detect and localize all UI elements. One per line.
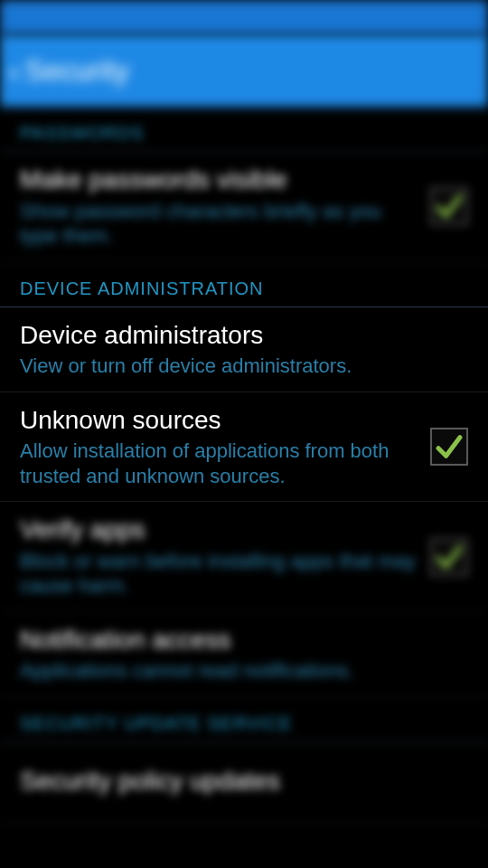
row-notification-access[interactable]: Notification access Applications cannot … bbox=[0, 612, 488, 697]
checkbox-verify-apps[interactable] bbox=[430, 538, 468, 576]
section-passwords: PASSWORDS bbox=[0, 107, 488, 152]
row-subtitle: Allow installation of applications from … bbox=[20, 439, 419, 488]
row-verify-apps[interactable]: Verify apps Block or warn before install… bbox=[0, 502, 488, 612]
row-unknown-sources[interactable]: Unknown sources Allow installation of ap… bbox=[0, 392, 488, 503]
row-title: Notification access bbox=[20, 625, 457, 656]
row-security-policy-updates[interactable]: Security policy updates bbox=[0, 742, 488, 824]
row-title: Security policy updates bbox=[20, 766, 457, 797]
check-icon bbox=[434, 542, 465, 572]
checkbox-make-passwords-visible[interactable] bbox=[430, 187, 468, 225]
row-title: Device administrators bbox=[20, 320, 457, 351]
check-icon bbox=[434, 431, 465, 462]
row-title: Make passwords visible bbox=[20, 165, 419, 195]
row-subtitle: Block or warn before installing apps tha… bbox=[20, 549, 419, 599]
row-subtitle: Applications cannot read notifications. bbox=[20, 658, 457, 684]
row-device-administrators[interactable]: Device administrators View or turn off d… bbox=[0, 307, 488, 392]
row-title: Verify apps bbox=[20, 514, 419, 545]
settings-list: PASSWORDS Make passwords visible Show pa… bbox=[0, 107, 488, 824]
checkbox-unknown-sources[interactable] bbox=[430, 428, 468, 466]
row-subtitle: View or turn off device administrators. bbox=[20, 354, 457, 379]
section-security-update: SECURITY UPDATE SERVICE bbox=[0, 697, 488, 742]
status-bar bbox=[0, 0, 488, 34]
header-title: Security bbox=[24, 54, 129, 88]
check-icon bbox=[434, 191, 465, 222]
section-device-administration: DEVICE ADMINISTRATION bbox=[0, 262, 488, 307]
row-make-passwords-visible[interactable]: Make passwords visible Show password cha… bbox=[0, 152, 488, 262]
back-icon[interactable]: ‹ bbox=[9, 53, 19, 89]
row-title: Unknown sources bbox=[20, 405, 419, 436]
row-subtitle: Show password characters briefly as you … bbox=[20, 199, 419, 249]
app-header[interactable]: ‹ Security bbox=[0, 34, 488, 107]
